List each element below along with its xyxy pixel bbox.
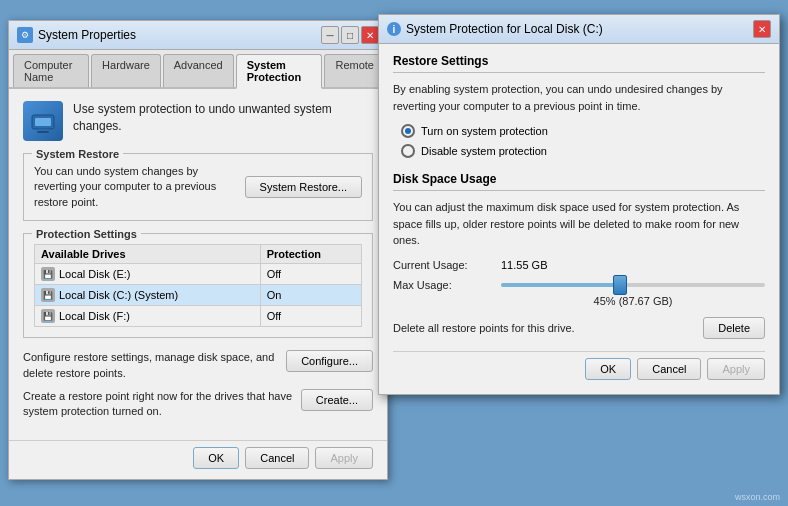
header-icon bbox=[23, 101, 63, 141]
apply-button[interactable]: Apply bbox=[315, 447, 373, 469]
radio-group: Turn on system protection Disable system… bbox=[393, 124, 765, 158]
tabs-container: Computer Name Hardware Advanced System P… bbox=[9, 50, 387, 89]
drive-protection: On bbox=[260, 285, 361, 306]
create-text: Create a restore point right now for the… bbox=[23, 389, 293, 420]
configure-text: Configure restore settings, manage disk … bbox=[23, 350, 278, 381]
max-usage-slider-row: Max Usage: bbox=[393, 279, 765, 291]
header-section: Use system protection to undo unwanted s… bbox=[23, 101, 373, 141]
protection-settings-content: Available Drives Protection 💾 Local Disk… bbox=[24, 242, 372, 337]
title-bar-left: ⚙ System Properties bbox=[17, 27, 136, 43]
drive-name: 💾 Local Disk (C:) (System) bbox=[35, 285, 261, 306]
disk-window: i System Protection for Local Disk (C:) … bbox=[378, 14, 780, 395]
radio-circle-off bbox=[401, 144, 415, 158]
table-row[interactable]: 💾 Local Disk (F:) Off bbox=[35, 306, 362, 327]
slider-thumb[interactable] bbox=[613, 275, 627, 295]
system-restore-content: You can undo system changes by reverting… bbox=[24, 162, 372, 220]
divider bbox=[393, 190, 765, 191]
slider-percent: 45% (87.67 GB) bbox=[393, 295, 765, 307]
col-drives: Available Drives bbox=[35, 245, 261, 264]
delete-section: Delete all restore points for this drive… bbox=[393, 317, 765, 339]
delete-text: Delete all restore points for this drive… bbox=[393, 322, 575, 334]
radio-turn-on-label: Turn on system protection bbox=[421, 125, 548, 137]
disk-cancel-button[interactable]: Cancel bbox=[637, 358, 701, 380]
disk-usage-title: Disk Space Usage bbox=[393, 172, 765, 186]
disk-title-bar: i System Protection for Local Disk (C:) … bbox=[379, 15, 779, 44]
restore-settings-section: Restore Settings By enabling system prot… bbox=[393, 54, 765, 158]
table-row[interactable]: 💾 Local Disk (E:) Off bbox=[35, 264, 362, 285]
drive-protection: Off bbox=[260, 264, 361, 285]
tab-remote[interactable]: Remote bbox=[324, 54, 385, 87]
disk-window-title: System Protection for Local Disk (C:) bbox=[406, 22, 603, 36]
disk-apply-button[interactable]: Apply bbox=[707, 358, 765, 380]
ok-button[interactable]: OK bbox=[193, 447, 239, 469]
restore-description: You can undo system changes by reverting… bbox=[34, 164, 237, 210]
protection-settings-label: Protection Settings bbox=[32, 228, 141, 240]
disk-bottom-buttons: OK Cancel Apply bbox=[393, 351, 765, 384]
restore-settings-title: Restore Settings bbox=[393, 54, 765, 68]
drive-icon: 💾 bbox=[41, 267, 55, 281]
drive-icon: 💾 bbox=[41, 309, 55, 323]
current-usage-label: Current Usage: bbox=[393, 259, 493, 271]
slider-track bbox=[501, 283, 765, 287]
system-props-bottom-buttons: OK Cancel Apply bbox=[9, 440, 387, 479]
create-row: Create a restore point right now for the… bbox=[23, 389, 373, 420]
tab-hardware[interactable]: Hardware bbox=[91, 54, 161, 87]
usage-description: You can adjust the maximum disk space us… bbox=[393, 199, 765, 249]
disk-content: Restore Settings By enabling system prot… bbox=[379, 44, 779, 394]
drive-protection: Off bbox=[260, 306, 361, 327]
create-button[interactable]: Create... bbox=[301, 389, 373, 411]
svg-rect-1 bbox=[35, 118, 51, 126]
system-restore-label: System Restore bbox=[32, 148, 123, 160]
current-usage-row: Current Usage: 11.55 GB bbox=[393, 259, 765, 271]
disk-usage-section: Disk Space Usage You can adjust the maxi… bbox=[393, 172, 765, 339]
radio-disable-label: Disable system protection bbox=[421, 145, 547, 157]
system-restore-section: System Restore You can undo system chang… bbox=[23, 153, 373, 221]
system-restore-button[interactable]: System Restore... bbox=[245, 176, 362, 198]
protection-table: Available Drives Protection 💾 Local Disk… bbox=[34, 244, 362, 327]
tab-computer-name[interactable]: Computer Name bbox=[13, 54, 89, 87]
title-bar-controls: ─ □ ✕ bbox=[321, 26, 379, 44]
system-props-title-bar: ⚙ System Properties ─ □ ✕ bbox=[9, 21, 387, 50]
watermark: wsxon.com bbox=[735, 492, 780, 502]
tab-advanced[interactable]: Advanced bbox=[163, 54, 234, 87]
delete-button[interactable]: Delete bbox=[703, 317, 765, 339]
close-button[interactable]: ✕ bbox=[361, 26, 379, 44]
col-protection: Protection bbox=[260, 245, 361, 264]
divider bbox=[393, 72, 765, 73]
current-usage-value: 11.55 GB bbox=[501, 259, 547, 271]
radio-turn-on[interactable]: Turn on system protection bbox=[401, 124, 765, 138]
radio-circle-on bbox=[401, 124, 415, 138]
configure-row: Configure restore settings, manage disk … bbox=[23, 350, 373, 381]
drive-icon: 💾 bbox=[41, 288, 55, 302]
max-usage-label: Max Usage: bbox=[393, 279, 493, 291]
minimize-button[interactable]: ─ bbox=[321, 26, 339, 44]
disk-title-icon: i bbox=[387, 22, 401, 36]
tab-system-protection[interactable]: System Protection bbox=[236, 54, 323, 89]
cancel-button[interactable]: Cancel bbox=[245, 447, 309, 469]
restore-settings-desc: By enabling system protection, you can u… bbox=[393, 81, 765, 114]
radio-disable[interactable]: Disable system protection bbox=[401, 144, 765, 158]
restore-row: You can undo system changes by reverting… bbox=[34, 164, 362, 210]
drive-name: 💾 Local Disk (F:) bbox=[35, 306, 261, 327]
maximize-button[interactable]: □ bbox=[341, 26, 359, 44]
system-props-title: System Properties bbox=[38, 28, 136, 42]
header-text: Use system protection to undo unwanted s… bbox=[73, 101, 373, 135]
system-props-icon: ⚙ bbox=[17, 27, 33, 43]
system-props-window: ⚙ System Properties ─ □ ✕ Computer Name … bbox=[8, 20, 388, 480]
drive-name: 💾 Local Disk (E:) bbox=[35, 264, 261, 285]
disk-ok-button[interactable]: OK bbox=[585, 358, 631, 380]
table-row[interactable]: 💾 Local Disk (C:) (System) On bbox=[35, 285, 362, 306]
disk-close-button[interactable]: ✕ bbox=[753, 20, 771, 38]
slider-fill bbox=[501, 283, 620, 287]
svg-rect-3 bbox=[37, 131, 49, 133]
protection-settings-section: Protection Settings Available Drives Pro… bbox=[23, 233, 373, 338]
configure-button[interactable]: Configure... bbox=[286, 350, 373, 372]
system-props-content: Use system protection to undo unwanted s… bbox=[9, 89, 387, 440]
disk-title-left: i System Protection for Local Disk (C:) bbox=[387, 22, 603, 36]
